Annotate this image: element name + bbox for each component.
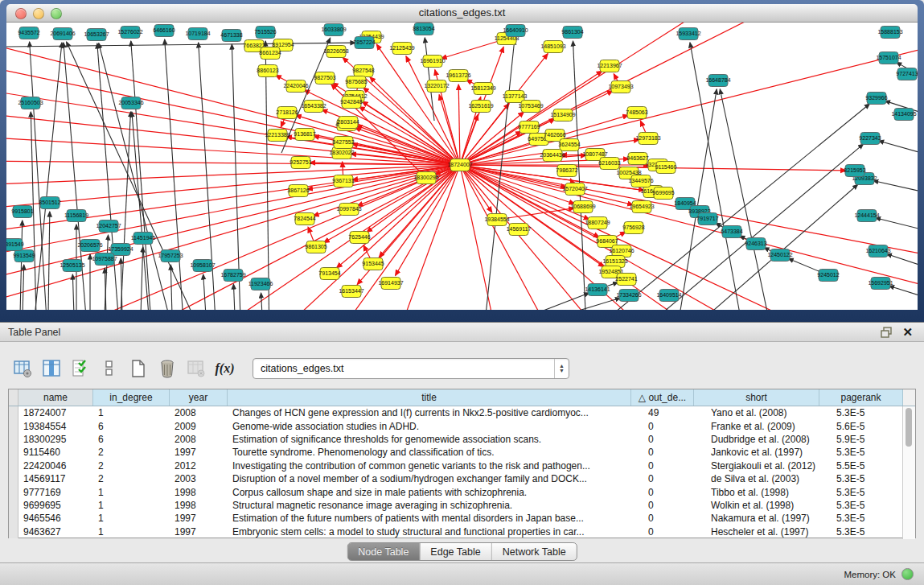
cell[interactable]: Embryonic stem cells: a model to study s… [228, 525, 643, 538]
column-header-in_degree[interactable]: in_degree [93, 389, 170, 406]
graph-node[interactable]: 16961910 [420, 56, 445, 68]
cell[interactable]: 6 [93, 419, 170, 432]
tab-network-table[interactable]: Network Table [492, 543, 577, 560]
cell[interactable]: 18724007 [18, 406, 93, 419]
graph-edge[interactable] [165, 39, 185, 310]
cell[interactable]: 1998 [170, 485, 228, 498]
graph-node[interactable]: 9861305 [305, 241, 326, 253]
cell[interactable]: de Silva et al. (2003) [706, 472, 832, 485]
graph-node[interactable]: 9727413 [896, 68, 918, 80]
cell[interactable]: Dudbridge et al. (2008) [706, 433, 832, 446]
cell[interactable]: 9699695 [18, 499, 93, 512]
graph-node[interactable]: 12505135 [60, 260, 84, 272]
graph-node[interactable]: 8501512 [39, 197, 60, 209]
graph-node[interactable]: 22420046 [283, 80, 308, 93]
graph-node[interactable]: 16210643 [865, 245, 890, 257]
cell[interactable]: 1997 [170, 446, 228, 459]
show-columns-button[interactable] [40, 358, 62, 380]
graph-node[interactable]: 15812349 [470, 83, 495, 95]
graph-edge[interactable] [873, 180, 918, 192]
graph-node[interactable]: 2803144 [337, 117, 359, 129]
tab-node-table[interactable]: Node Table [347, 543, 420, 560]
graph-node[interactable]: 6466160 [153, 25, 175, 37]
graph-node[interactable]: 10973493 [608, 81, 633, 93]
graph-node[interactable]: 15751074 [876, 52, 901, 64]
graph-node[interactable]: 12042757 [96, 220, 121, 233]
graph-node[interactable]: 9915801 [11, 206, 33, 218]
cell[interactable]: Jankovic et al. (1997) [706, 446, 832, 459]
cell[interactable]: 1 [93, 499, 170, 512]
graph-node[interactable]: 10719184 [185, 28, 210, 40]
graph-node[interactable]: 9115460 [655, 162, 677, 174]
graph-node[interactable]: 8661234 [259, 47, 281, 60]
graph-edge[interactable] [425, 38, 434, 121]
cell[interactable]: 9465546 [18, 512, 93, 525]
graph-node[interactable]: 11156819 [64, 210, 88, 222]
cell[interactable]: 0 [643, 525, 706, 538]
graph-node[interactable]: 2522741 [615, 274, 637, 286]
graph-node[interactable]: 2718126 [276, 107, 298, 119]
graph-edge[interactable] [6, 161, 460, 165]
graph-node[interactable]: 13220172 [424, 80, 449, 93]
graph-node[interactable]: 14851093 [540, 41, 565, 53]
graph-edge[interactable] [304, 90, 460, 165]
graph-node[interactable]: 14136141 [585, 284, 610, 296]
graph-edge[interactable] [32, 43, 62, 310]
graph-edge[interactable] [23, 265, 24, 310]
graph-node[interactable]: 9861304 [561, 27, 583, 39]
graph-node[interactable]: 9777169 [518, 122, 540, 134]
cell[interactable]: 0 [643, 472, 706, 485]
graph-edge[interactable] [261, 293, 262, 310]
close-window-button[interactable] [15, 8, 27, 19]
cell[interactable]: 2 [93, 459, 170, 472]
cell[interactable]: Franke et al. (2009) [706, 419, 832, 432]
graph-node[interactable]: 9367131 [332, 175, 354, 187]
graph-node[interactable]: 10653267 [84, 29, 109, 41]
graph-node[interactable]: 15888153 [877, 27, 902, 39]
graph-node[interactable]: 10753469 [518, 101, 543, 113]
graph-edge[interactable] [203, 274, 206, 310]
graph-node[interactable]: 7857224 [353, 37, 375, 49]
graph-node[interactable]: 18807249 [585, 217, 610, 229]
graph-node[interactable]: 14134095 [891, 109, 916, 121]
graph-node[interactable]: 16914937 [378, 278, 403, 290]
cell[interactable]: 2008 [170, 433, 228, 446]
column-header-name[interactable]: name [18, 389, 93, 406]
cell[interactable]: Nakamura et al. (1997) [706, 512, 832, 525]
cell[interactable]: Stergiakouli et al. (2012) [706, 459, 832, 472]
graph-edge[interactable] [460, 165, 499, 310]
graph-node[interactable]: 7986372 [556, 165, 577, 177]
column-header-short[interactable]: short [694, 389, 819, 406]
cell[interactable]: Estimation of significance thresholds fo… [228, 433, 643, 446]
graph-node[interactable]: 18226058 [323, 46, 348, 58]
graph-node[interactable]: 18724007 [447, 159, 472, 171]
memory-status-icon[interactable] [901, 568, 914, 580]
cell[interactable]: Wolkin et al. (1998) [706, 499, 832, 512]
graph-node[interactable]: 9756928 [622, 222, 644, 234]
cell[interactable]: 1998 [170, 499, 228, 512]
cell[interactable]: 9115460 [18, 446, 93, 459]
graph-edge[interactable] [460, 104, 509, 165]
graph-edge[interactable] [121, 112, 130, 310]
graph-node[interactable]: 9435572 [18, 27, 39, 39]
cell[interactable]: 2 [93, 446, 170, 459]
graph-node[interactable]: 16640910 [503, 25, 528, 37]
graph-node[interactable]: 9827503 [314, 72, 335, 84]
cell[interactable]: Yano et al. (2008) [706, 406, 832, 419]
graph-node[interactable]: 20691406 [50, 28, 75, 40]
graph-node[interactable]: 12213967 [597, 60, 622, 72]
graph-node[interactable]: 11923466 [248, 278, 273, 290]
network-canvas[interactable]: 1872400718300295182260589827503165433829… [6, 23, 918, 310]
cell[interactable]: 9463627 [18, 525, 93, 538]
graph-node[interactable]: 9246313 [745, 238, 766, 250]
cell[interactable]: Structural magnetic resonance image aver… [228, 499, 643, 512]
graph-edge[interactable] [363, 88, 460, 165]
table-mode-button[interactable] [11, 358, 33, 380]
cell[interactable]: 1 [93, 485, 170, 498]
graph-node[interactable]: 7913454 [318, 268, 340, 280]
graph-node[interactable]: 19613726 [446, 70, 470, 82]
graph-node[interactable]: 12450122 [767, 249, 792, 262]
graph-node[interactable]: 3867126 [287, 185, 309, 197]
cell[interactable]: 14569117 [18, 472, 93, 485]
graph-edge[interactable] [889, 286, 918, 296]
